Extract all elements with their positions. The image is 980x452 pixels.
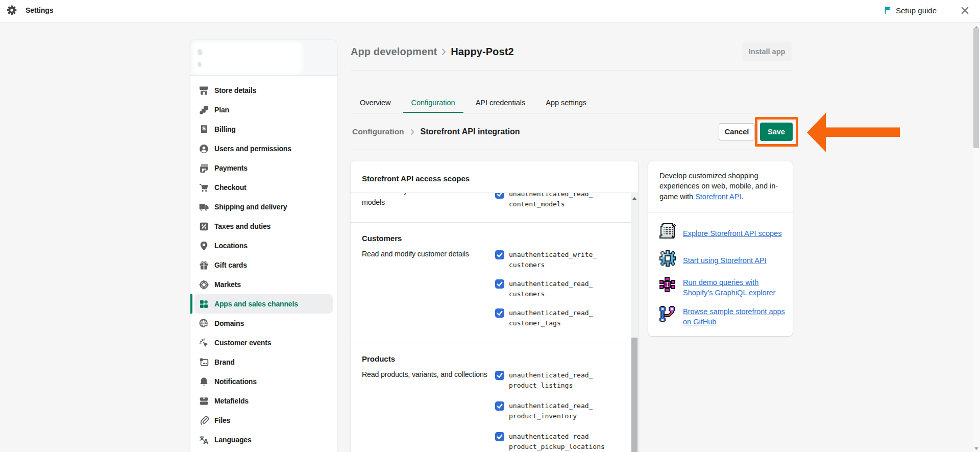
sidebar-item-label: Notifications [214, 377, 257, 386]
sidebar-item-label: Taxes and duties [214, 222, 271, 230]
checkout-icon [199, 182, 209, 193]
scope-label: unauthenticated_write_ customers [509, 250, 597, 270]
notifications-icon [199, 376, 209, 387]
divider [351, 113, 793, 113]
scopes-scroll-area: Read metaobject definitions and content … [351, 193, 638, 452]
main-content: App development Happy-Post2 Install app … [351, 22, 793, 452]
tab-overview[interactable]: Overview [352, 92, 399, 113]
sidebar-item-brand[interactable]: Brand [194, 352, 333, 372]
store-icon [199, 85, 209, 96]
scope-section-partial: Read metaobject definitions and content … [351, 193, 631, 222]
tab-app-settings[interactable]: App settings [537, 92, 595, 113]
info-link[interactable]: Run demo queries with Shopify’s GraphiQL… [683, 277, 785, 298]
sidebar-item-metafields[interactable]: Metafields [194, 391, 333, 411]
sidebar-item-gift-cards[interactable]: Gift cards [194, 255, 333, 275]
brand-icon [199, 357, 209, 368]
sidebar-item-shipping-and-delivery[interactable]: Shipping and delivery [194, 197, 333, 217]
sidebar-item-notifications[interactable]: Notifications [194, 372, 333, 391]
info-paragraph-line: experiences on web, mobile, and in- [659, 181, 782, 191]
storefront-scopes-card: Storefront API access scopes Read metaob… [351, 161, 638, 452]
sidebar-item-apps-and-sales-channels[interactable]: Apps and sales channels [194, 294, 333, 314]
sidebar-item-store-details[interactable]: Store details [194, 81, 333, 100]
sidebar-item-label: Languages [214, 436, 252, 444]
store-name-ghost-text: S s [198, 46, 202, 70]
sidebar-item-languages[interactable]: Languages [194, 430, 333, 449]
close-icon[interactable] [959, 4, 971, 16]
info-link[interactable]: Start using Storefront API [683, 255, 785, 266]
scope-label: unauthenticated_read_ customers [509, 279, 593, 299]
plan-icon [199, 105, 209, 115]
setup-guide-button[interactable]: Setup guide [884, 6, 937, 15]
checkbox-checked[interactable] [495, 308, 504, 318]
sidebar-nav: Store detailsPlan$BillingUsers and permi… [190, 76, 337, 449]
checkbox-checked[interactable] [495, 432, 504, 441]
scrollbar-down-arrow[interactable] [974, 447, 978, 450]
info-paragraph: Develop customized shoppingexperiences o… [648, 161, 793, 202]
scope-section-products: ProductsRead products, variants, and col… [351, 343, 631, 452]
scopes-scroll-content: Read metaobject definitions and content … [351, 193, 631, 452]
section-body: Read products, variants, and collections… [351, 369, 631, 452]
topbar-left-group: Settings [7, 0, 53, 21]
section-description: Read and modify customer details [362, 249, 495, 328]
install-app-button[interactable]: Install app [742, 42, 792, 61]
shipping-icon [199, 202, 209, 212]
storefront-api-link[interactable]: Storefront API [695, 193, 741, 201]
sidebar-item-files[interactable]: Files [194, 411, 333, 430]
divider [351, 70, 793, 70]
markets-icon [199, 279, 209, 290]
sidebar-item-label: Locations [214, 242, 248, 250]
sidebar-item-plan[interactable]: Plan [194, 100, 333, 120]
scrollbar-thumb[interactable] [973, 28, 979, 148]
sidebar-item-users-and-permissions[interactable]: Users and permissions [194, 139, 333, 158]
sidebar-item-taxes-and-duties[interactable]: Taxes and duties [194, 217, 333, 236]
divider [648, 212, 793, 212]
breadcrumb-app-development[interactable]: App development [351, 46, 437, 58]
info-link[interactable]: Browse sample storefront apps on GitHub [683, 306, 785, 327]
store-logo-blur-box [195, 44, 300, 72]
sidebar-item-checkout[interactable]: Checkout [194, 178, 333, 197]
gear-pixel-icon [659, 250, 676, 269]
scope-label: unauthenticated_read_ customer_tags [509, 308, 593, 328]
sidebar-item-markets[interactable]: Markets [194, 275, 333, 294]
tab-configuration[interactable]: Configuration [403, 92, 463, 113]
card-scrollbar-up-arrow[interactable] [632, 197, 636, 200]
scope-checkbox-row: unauthenticated_write_ customers [495, 250, 597, 270]
section-heading: Customers [362, 233, 631, 244]
page-scrollbar[interactable] [972, 23, 980, 452]
tab-api-credentials[interactable]: API credentials [468, 92, 534, 113]
sidebar-item-billing[interactable]: $Billing [194, 120, 333, 139]
sidebar-item-label: Billing [214, 125, 236, 133]
checkbox-checked[interactable] [495, 250, 504, 259]
giftcards-icon [199, 260, 209, 271]
save-button[interactable]: Save [760, 123, 793, 141]
selected-item-bar [190, 294, 192, 314]
checkbox-checked[interactable] [495, 279, 504, 289]
card-scrollbar-thumb[interactable] [631, 338, 638, 452]
topbar: Settings Setup guide [0, 0, 980, 22]
store-logo-blurred: S s [190, 40, 337, 76]
section-description: Read products, variants, and collections [362, 369, 495, 452]
app-title: Happy-Post2 [451, 46, 513, 58]
payments-icon [199, 163, 209, 174]
info-link[interactable]: Explore Storefront API scopes [683, 228, 785, 239]
sidebar-item-domains[interactable]: Domains [194, 314, 333, 333]
sidebar-item-payments[interactable]: Payments [194, 158, 333, 178]
billing-icon: $ [199, 124, 209, 135]
scope-label: unauthenticated_read_ product_inventory [509, 401, 593, 421]
breadcrumb-configuration[interactable]: Configuration [352, 127, 404, 136]
cancel-button[interactable]: Cancel [719, 123, 755, 140]
tab-bar: OverviewConfigurationAPI credentialsApp … [352, 92, 599, 113]
checkbox-checked[interactable] [495, 371, 504, 380]
setup-guide-label: Setup guide [896, 6, 937, 15]
graphql-pixel-icon [659, 277, 676, 295]
scope-checkbox-row: unauthenticated_read_ customer_tags [495, 308, 597, 328]
sidebar-item-customer-events[interactable]: Customer events [194, 333, 333, 352]
sidebar-item-locations[interactable]: Locations [194, 236, 333, 255]
info-paragraph-text: game with [659, 193, 695, 201]
checkbox-checked[interactable] [495, 193, 504, 199]
card-scrollbar[interactable] [631, 193, 638, 452]
info-paragraph-line: Develop customized shopping [659, 171, 782, 181]
scope-dependency-line [500, 260, 501, 277]
checkbox-checked[interactable] [495, 401, 504, 411]
settings-gear-icon [7, 5, 17, 15]
